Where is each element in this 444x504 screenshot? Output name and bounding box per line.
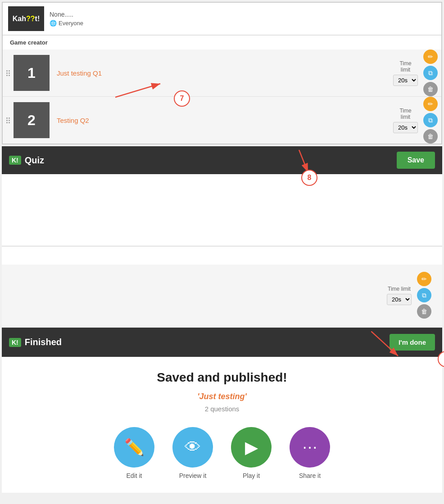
saved-published-title: Saved and published! — [11, 370, 433, 385]
finished-title-text: Finished — [25, 337, 62, 347]
quiz-time-limit: Time limit 20s 5s 10s 30s 60s — [387, 286, 412, 305]
finished-header: K! Finished I'm done — [2, 328, 442, 357]
quiz-time-label: Time limit — [388, 286, 411, 292]
q1-copy-button[interactable]: ⧉ — [423, 66, 438, 80]
quiz-copy-button[interactable]: ⧉ — [417, 288, 431, 302]
drag-dot — [9, 117, 10, 119]
quiz-header-left: K! Quiz — [9, 155, 44, 166]
quiz-empty-question-area — [2, 174, 442, 246]
im-done-button[interactable]: I'm done — [390, 334, 435, 351]
preview-it-button[interactable]: 👁 — [172, 427, 213, 468]
edit-it-button[interactable]: ✏️ — [114, 427, 154, 468]
quiz-editor-header: K! Quiz Save — [2, 146, 442, 174]
q2-time-limit: Time limit 20s 5s 10s 30s 60s — [393, 108, 418, 133]
drag-dot — [6, 72, 8, 74]
q1-number: 1 — [27, 65, 36, 81]
finished-body: Saved and published! 'Just testing' 2 qu… — [2, 357, 442, 493]
drag-dot — [6, 75, 8, 76]
everyone-label: Everyone — [59, 20, 83, 27]
q2-copy-button[interactable]: ⧉ — [423, 113, 438, 127]
kahoot-logo: Kah??t! — [8, 6, 44, 31]
q2-time-label2: limit — [401, 114, 410, 120]
logo-dots: ?? — [26, 15, 35, 22]
preview-action-item: 👁 Preview it — [172, 427, 213, 479]
edit-it-label: Edit it — [126, 472, 142, 479]
q1-time-select[interactable]: 20s 5s 10s 30s 60s — [393, 75, 418, 86]
drag-handle-2[interactable] — [3, 110, 14, 130]
drag-dots-row — [6, 117, 10, 119]
q2-time-label: Time — [399, 108, 411, 114]
preview-it-label: Preview it — [179, 472, 207, 479]
k-logo-finished: K! — [9, 338, 21, 347]
q1-time-limit: Time limit 20s 5s 10s 30s 60s — [393, 60, 418, 86]
callout-7: 7 — [174, 90, 190, 107]
drag-dot — [6, 120, 8, 121]
drag-dot — [6, 122, 8, 123]
drag-dot — [9, 72, 10, 74]
header-none-label: None..... — [50, 11, 83, 18]
drag-dot — [6, 70, 8, 72]
callout-8: 8 — [301, 170, 317, 186]
k-logo-quiz: K! — [9, 156, 21, 165]
share-action-item: ⋯ Share it — [290, 427, 330, 479]
q1-actions: ✏ ⧉ 🗑 — [423, 50, 438, 96]
quiz-time-select[interactable]: 20s 5s 10s 30s 60s — [387, 294, 412, 305]
q2-number-box: 2 — [14, 102, 50, 138]
quiz-header-title: Quiz — [25, 155, 44, 166]
q2-edit-button[interactable]: ✏ — [423, 97, 438, 111]
quiz-content-area: Time limit 20s 5s 10s 30s 60s ✏ ⧉ 🗑 — [2, 174, 442, 326]
share-icon: ⋯ — [302, 438, 317, 456]
drag-dot — [9, 75, 10, 76]
finished-title-left: K! Finished — [9, 337, 62, 347]
section1-quiz-list: 7 Kah??t! None..... 🌐 Everyone Game crea… — [2, 2, 442, 144]
quiz-edit-button[interactable]: ✏ — [417, 272, 431, 286]
q2-title: Testing Q2 — [50, 117, 393, 124]
play-it-button[interactable]: ▶ — [231, 427, 272, 468]
globe-icon: 🌐 — [50, 20, 57, 27]
question-row-1: 1 Just testing Q1 Time limit 20s 5s 10s … — [3, 50, 441, 97]
logo-text: Kah??t! — [13, 15, 40, 23]
action-buttons-row: ✏️ Edit it 👁 Preview it ▶ Play it — [11, 427, 433, 479]
q1-time-label2: limit — [401, 67, 410, 73]
share-it-label: Share it — [299, 472, 321, 479]
pencil-icon: ✏️ — [124, 438, 145, 457]
q1-delete-button[interactable]: 🗑 — [423, 82, 438, 96]
header-everyone: 🌐 Everyone — [50, 20, 83, 27]
drag-dots-row — [6, 72, 10, 74]
edit-action-item: ✏️ Edit it — [114, 427, 154, 479]
play-action-item: ▶ Play it — [231, 427, 272, 479]
play-icon: ▶ — [245, 437, 258, 457]
eye-icon: 👁 — [185, 438, 201, 457]
drag-dots-row — [6, 120, 10, 121]
drag-handle-1[interactable] — [3, 63, 14, 83]
quiz-question-count: 2 questions — [11, 405, 433, 413]
q1-edit-button[interactable]: ✏ — [423, 50, 438, 64]
quiz-q-actions: ✏ ⧉ 🗑 — [417, 272, 431, 319]
q2-number: 2 — [27, 112, 36, 129]
section3-finished: 9 K! Finished I'm done Saved and publish… — [2, 328, 442, 493]
drag-dots-row — [6, 122, 10, 123]
quiz-delete-button[interactable]: 🗑 — [417, 304, 431, 319]
save-button[interactable]: Save — [397, 152, 435, 169]
share-it-button[interactable]: ⋯ — [290, 427, 330, 468]
quiz-question-bottom: Time limit 20s 5s 10s 30s 60s ✏ ⧉ 🗑 — [2, 265, 442, 326]
drag-dots-row — [6, 75, 10, 76]
drag-dot — [9, 122, 10, 123]
section2-panel: K! Quiz Save Time limit 20s 5s 10s 30s — [2, 146, 442, 326]
kahoot-header: Kah??t! None..... 🌐 Everyone — [3, 3, 441, 35]
game-creator-label: Game creator — [3, 36, 441, 50]
section2-quiz-editor: 8 K! Quiz Save Time limit — [2, 146, 442, 326]
q1-title: Just testing Q1 — [50, 69, 393, 77]
q2-time-select[interactable]: 20s 5s 10s 30s 60s — [393, 122, 418, 133]
header-info: None..... 🌐 Everyone — [50, 11, 83, 27]
q2-actions: ✏ ⧉ 🗑 — [423, 97, 438, 144]
quiz-name-label: 'Just testing' — [11, 392, 433, 401]
q2-delete-button[interactable]: 🗑 — [423, 129, 438, 144]
drag-dot — [9, 120, 10, 121]
question-row-2: 2 Testing Q2 Time limit 20s 5s 10s 30s 6… — [3, 97, 441, 144]
q1-time-label: Time — [399, 60, 411, 67]
finished-panel: K! Finished I'm done Saved and published… — [2, 328, 442, 493]
q1-number-box: 1 — [14, 55, 50, 91]
play-it-label: Play it — [243, 472, 260, 479]
drag-dots-row — [6, 70, 10, 72]
